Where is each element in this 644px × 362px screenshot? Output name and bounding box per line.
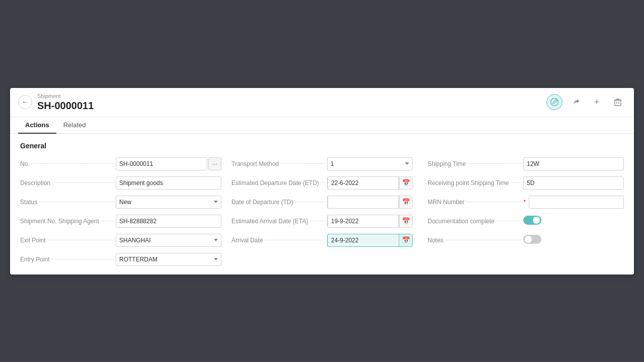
field-td: Date of Departure (TD) 📅: [231, 195, 413, 209]
card-content: General No. ···: [10, 134, 634, 275]
dots: [497, 221, 521, 221]
label-no: No.: [20, 160, 30, 167]
label-exit-point: Exit Point: [20, 237, 46, 244]
field-shipping-time: Shipping Time: [428, 157, 624, 171]
dots: [52, 259, 114, 259]
dots: [101, 221, 114, 221]
value-notes: [523, 235, 624, 245]
label-shipment-no-agent: Shipment No. Shipping Agent: [20, 218, 99, 225]
fields-grid: No. ··· Description: [20, 157, 624, 266]
label-eta: Estimated Arrival Date (ETA): [231, 218, 308, 225]
entry-point-select[interactable]: ROTTERDAM AMSTERDAM HAMBURG: [116, 253, 221, 266]
value-shipping-time: [523, 157, 624, 170]
add-button[interactable]: +: [589, 94, 605, 110]
dots: [445, 240, 521, 240]
breadcrumb: Shipment: [37, 93, 94, 99]
notes-toggle[interactable]: [523, 235, 541, 244]
shipping-time-input[interactable]: [523, 157, 624, 170]
dots: [265, 240, 325, 240]
dots: [310, 221, 325, 221]
field-shipment-no-agent: Shipment No. Shipping Agent: [20, 214, 221, 228]
eta-input[interactable]: [328, 215, 399, 228]
shipment-no-agent-input[interactable]: [116, 215, 221, 228]
tab-actions[interactable]: Actions: [18, 117, 56, 134]
field-receiving-shipping-time: Receiving point Shipping Time: [428, 176, 624, 190]
td-calendar-icon[interactable]: 📅: [399, 196, 412, 209]
add-icon: +: [594, 98, 600, 107]
mrn-number-input[interactable]: [529, 196, 624, 209]
value-no: ···: [116, 157, 221, 170]
exit-point-select[interactable]: SHANGHAI BEIJING GUANGZHOU: [116, 234, 221, 247]
field-documentation-complete: Documentation complete: [428, 214, 624, 228]
delete-button[interactable]: [610, 94, 626, 110]
value-eta: 📅: [327, 215, 413, 228]
label-description: Description: [20, 179, 50, 187]
dots: [511, 183, 521, 183]
toggle-knob: [525, 236, 532, 243]
label-arrival-date: Arrival Date: [231, 237, 263, 244]
dots: [39, 202, 114, 202]
share-button[interactable]: [568, 94, 584, 110]
tab-related[interactable]: Related: [56, 117, 93, 134]
label-etd: Estimated Departure Date (ETD): [231, 179, 319, 187]
dots: [281, 163, 325, 164]
dots: [32, 163, 114, 164]
eta-calendar-icon[interactable]: 📅: [399, 215, 412, 228]
dots: [52, 183, 114, 183]
label-transport-method: Transport Method: [231, 160, 279, 167]
status-select[interactable]: New In Transit Delivered: [116, 196, 221, 209]
toggle-knob: [533, 217, 540, 224]
edit-button[interactable]: [546, 94, 562, 110]
arrival-date-input[interactable]: [328, 234, 399, 247]
fields-col-2: Transport Method 1 2 3: [221, 157, 423, 266]
value-entry-point: ROTTERDAM AMSTERDAM HAMBURG: [116, 253, 221, 266]
value-shipment-no-agent: [116, 215, 221, 228]
field-transport-method: Transport Method 1 2 3: [231, 157, 413, 171]
record-title: SH-0000011: [37, 100, 94, 112]
no-input[interactable]: [116, 157, 207, 170]
field-status: Status New In Transit Delivered: [20, 195, 221, 209]
description-input[interactable]: [116, 176, 221, 190]
breadcrumb-section: Shipment SH-0000011: [37, 93, 94, 112]
shipment-card: ← Shipment SH-0000011: [10, 88, 634, 275]
transport-method-select[interactable]: 1 2 3: [327, 157, 413, 170]
dots: [466, 202, 521, 202]
dots: [295, 202, 325, 202]
value-status: New In Transit Delivered: [116, 196, 221, 209]
td-input[interactable]: [328, 196, 399, 209]
required-indicator: *: [523, 198, 526, 206]
back-button[interactable]: ←: [18, 95, 32, 109]
value-arrival-date: 📅: [327, 234, 413, 247]
label-status: Status: [20, 199, 37, 206]
value-transport-method: 1 2 3: [327, 157, 413, 170]
field-description: Description: [20, 176, 221, 190]
field-entry-point: Entry Point ROTTERDAM AMSTERDAM HAMBURG: [20, 252, 221, 266]
etd-calendar-icon[interactable]: 📅: [399, 176, 412, 190]
value-receiving-shipping-time: [523, 176, 624, 190]
no-ellipsis-btn[interactable]: ···: [208, 157, 221, 170]
label-documentation-complete: Documentation complete: [428, 218, 495, 225]
etd-input[interactable]: [328, 176, 399, 190]
receiving-shipping-time-input[interactable]: [523, 176, 624, 190]
svg-rect-1: [615, 100, 621, 106]
arrival-date-calendar-icon[interactable]: 📅: [399, 234, 412, 247]
field-etd: Estimated Departure Date (ETD) 📅: [231, 176, 413, 190]
field-notes: Notes: [428, 233, 624, 247]
label-receiving-shipping-time: Receiving point Shipping Time: [428, 179, 509, 187]
value-exit-point: SHANGHAI BEIJING GUANGZHOU: [116, 234, 221, 247]
card-header: ← Shipment SH-0000011: [10, 88, 634, 117]
field-arrival-date: Arrival Date 📅: [231, 233, 413, 247]
field-exit-point: Exit Point SHANGHAI BEIJING GUANGZHOU: [20, 233, 221, 247]
dots: [321, 183, 325, 183]
label-td: Date of Departure (TD): [231, 199, 293, 206]
field-no: No. ···: [20, 157, 221, 171]
delete-icon: [614, 98, 621, 106]
header-actions: +: [546, 94, 626, 110]
share-icon: [572, 99, 580, 106]
dots: [468, 163, 521, 164]
documentation-complete-toggle[interactable]: [523, 216, 541, 225]
label-notes: Notes: [428, 237, 443, 244]
dots: [48, 240, 114, 240]
field-mrn-number: MRN Number *: [428, 195, 624, 209]
label-entry-point: Entry Point: [20, 256, 50, 263]
